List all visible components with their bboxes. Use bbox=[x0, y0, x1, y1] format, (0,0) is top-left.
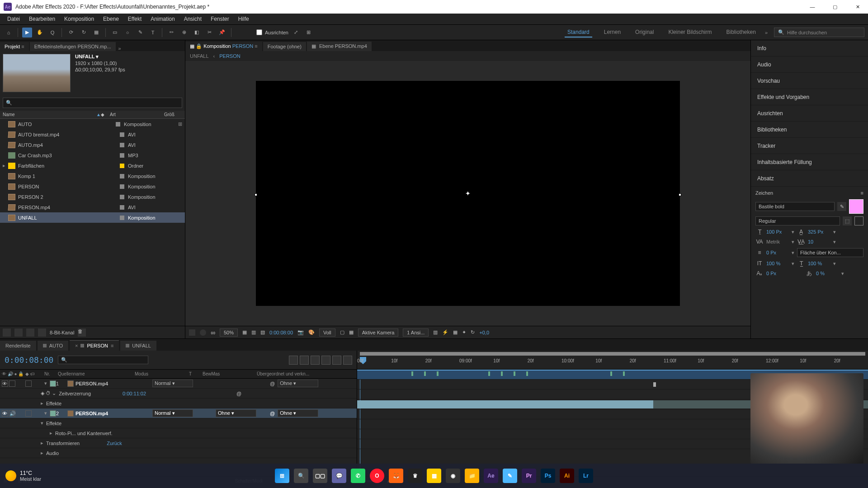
snap-tool-2[interactable]: ⊞ bbox=[304, 28, 314, 38]
transform-row[interactable]: ▸ Transformieren Zurück bbox=[0, 438, 357, 448]
hscale-value[interactable]: 100 % bbox=[808, 261, 830, 266]
stroke-style-dropdown[interactable]: Fläche über Kon... bbox=[797, 248, 863, 257]
stroke-value[interactable]: 0 Px bbox=[766, 250, 789, 255]
adjust-button[interactable] bbox=[38, 328, 46, 337]
menu-animation[interactable]: Animation bbox=[147, 14, 178, 23]
vscale-value[interactable]: 100 % bbox=[766, 261, 789, 266]
audio-toggle[interactable]: 🔊 bbox=[9, 410, 15, 417]
explorer-button[interactable]: 📁 bbox=[465, 469, 479, 483]
viewer-mask-button-2[interactable]: ▧ bbox=[260, 329, 265, 335]
project-item[interactable]: PERSONKomposition bbox=[0, 181, 185, 192]
parent-pick-whip[interactable]: @ bbox=[270, 411, 275, 416]
camera-tool[interactable]: ▦ bbox=[91, 28, 101, 38]
audio-toggle[interactable] bbox=[9, 380, 15, 387]
font-size-value[interactable]: 100 Px bbox=[766, 229, 789, 235]
flow-parent[interactable]: UNFALL bbox=[190, 53, 209, 59]
time-remap-row[interactable]: ◈ ⏱ ⌄ Zeitverzerrung 0:00:11:02 @ bbox=[0, 389, 357, 399]
panel-align[interactable]: Ausrichten bbox=[751, 105, 868, 122]
twirl-icon[interactable]: ▾ bbox=[44, 410, 50, 416]
tl-tab-person[interactable]: ×PERSON ≡ bbox=[70, 340, 119, 351]
minimize-button[interactable]: — bbox=[806, 4, 819, 10]
expression-pick-whip[interactable]: @ bbox=[236, 391, 241, 396]
pixel-aspect-button[interactable]: ▥ bbox=[433, 329, 438, 335]
timeline-ruler[interactable]: 00f10f20f09:00f10f20f10:00f10f20f11:00f1… bbox=[357, 351, 868, 370]
firefox-button[interactable]: 🦊 bbox=[389, 469, 403, 483]
keyframe-marker[interactable] bbox=[653, 382, 656, 387]
panel-audio[interactable]: Audio bbox=[751, 56, 868, 73]
viewer-toggle-button[interactable] bbox=[189, 329, 195, 336]
workspace-klein[interactable]: Kleiner Bildschirm bbox=[665, 28, 714, 38]
puppet-tool[interactable]: 📌 bbox=[217, 28, 227, 38]
pen-tool[interactable]: ✎ bbox=[135, 28, 145, 38]
twirl-icon[interactable]: ▸ bbox=[41, 450, 46, 456]
text-tool[interactable]: T bbox=[148, 28, 158, 38]
twirl-icon[interactable]: ▸ bbox=[41, 440, 46, 446]
lightroom-button[interactable]: Lr bbox=[579, 469, 593, 483]
roi-button[interactable]: ▢ bbox=[340, 329, 344, 335]
tsume-value[interactable]: 0 % bbox=[816, 271, 839, 276]
whatsapp-button[interactable]: ✆ bbox=[351, 469, 365, 483]
weather-widget[interactable]: 11°C Meist klar bbox=[5, 470, 41, 482]
stopwatch-icon[interactable]: ◈ ⏱ ⌄ bbox=[41, 390, 56, 396]
channel-button[interactable]: 🎨 bbox=[308, 329, 315, 335]
panel-info[interactable]: Info bbox=[751, 40, 868, 56]
tl-tab-unfall[interactable]: UNFALL bbox=[120, 341, 156, 351]
menu-datei[interactable]: Datei bbox=[4, 14, 24, 23]
footage-tab[interactable]: Footage (ohne) bbox=[263, 42, 306, 51]
kerning-value[interactable]: Metrik bbox=[766, 239, 789, 244]
viewer-3d-button[interactable]: ∞ bbox=[211, 329, 215, 336]
project-search[interactable]: 🔍 bbox=[3, 98, 182, 108]
help-search[interactable]: 🔍 Hilfe durchsuchen bbox=[774, 28, 864, 37]
swap-colors-button[interactable]: ⬚ bbox=[843, 216, 852, 225]
task-view-button[interactable]: ▢▢ bbox=[313, 469, 327, 483]
new-folder-button[interactable] bbox=[14, 328, 23, 337]
effect-controls-tab[interactable]: Effekteinstellungen PERSON.mp... bbox=[30, 42, 116, 51]
after-effects-button[interactable]: Ae bbox=[484, 469, 498, 483]
project-item[interactable]: PERSON.mp4AVI bbox=[0, 202, 185, 212]
tl-tab-render[interactable]: Renderliste bbox=[0, 341, 36, 351]
label-color[interactable] bbox=[50, 380, 56, 387]
app-button-2[interactable]: ▦ bbox=[427, 469, 441, 483]
timeline-button[interactable]: ▦ bbox=[453, 329, 458, 335]
twirl-icon[interactable]: ▾ bbox=[41, 420, 46, 426]
col-label-header[interactable]: ◆ bbox=[101, 112, 110, 117]
col-size-header[interactable]: Größ bbox=[164, 112, 182, 117]
zoom-dropdown[interactable]: 50% bbox=[220, 328, 238, 337]
maximize-button[interactable]: ▢ bbox=[828, 4, 842, 10]
obs-button[interactable]: ◉ bbox=[446, 469, 460, 483]
leading-value[interactable]: 325 Px bbox=[808, 229, 830, 235]
viewer-time[interactable]: 0:00:08:00 bbox=[269, 330, 293, 335]
photoshop-button[interactable]: Ps bbox=[541, 469, 555, 483]
blend-mode-dropdown[interactable]: Normal ▾ bbox=[152, 409, 193, 417]
viewer-grid-button[interactable]: ▦ bbox=[242, 329, 247, 335]
pick-whip-button[interactable] bbox=[343, 356, 352, 365]
parent-pick-whip[interactable]: @ bbox=[270, 381, 275, 386]
fill-color-swatch[interactable] bbox=[849, 199, 863, 214]
new-comp-button[interactable] bbox=[26, 328, 34, 337]
menu-bearbeiten[interactable]: Bearbeiten bbox=[25, 14, 59, 23]
illustrator-button[interactable]: Ai bbox=[560, 469, 574, 483]
camera-dropdown[interactable]: Aktive Kamera bbox=[358, 328, 399, 337]
flowchart-button[interactable]: ✦ bbox=[462, 329, 466, 335]
project-item[interactable]: AUTO bremst.mp4AVI bbox=[0, 129, 185, 140]
eyedropper-button[interactable]: ✎ bbox=[837, 202, 846, 211]
sort-arrow-icon[interactable]: ▲ bbox=[96, 112, 101, 117]
font-dropdown[interactable]: Bastile bold bbox=[755, 202, 835, 211]
twirl-icon[interactable]: ▸ bbox=[50, 430, 55, 436]
snap-tool[interactable]: ⤢ bbox=[291, 28, 301, 38]
audio-row[interactable]: ▸ Audio bbox=[0, 448, 357, 458]
selection-tool[interactable]: ▶ bbox=[22, 28, 32, 38]
start-button[interactable]: ⊞ bbox=[275, 469, 289, 483]
exposure-value[interactable]: +0,0 bbox=[479, 330, 489, 335]
style-dropdown[interactable]: Regular bbox=[755, 216, 840, 225]
transform-reset[interactable]: Zurück bbox=[107, 441, 122, 446]
project-item[interactable]: AUTOKomposition⊞ bbox=[0, 119, 185, 129]
viewer-guide-button[interactable]: ▥ bbox=[251, 329, 256, 335]
project-tab[interactable]: Projekt ≡ bbox=[0, 42, 29, 51]
resolution-dropdown[interactable]: Voll bbox=[319, 328, 335, 337]
baseline-value[interactable]: 0 Px bbox=[766, 271, 789, 276]
frame-blend-button[interactable] bbox=[311, 356, 320, 365]
parent-dropdown[interactable]: Ohne ▾ bbox=[278, 380, 318, 387]
workspace-original[interactable]: Original bbox=[632, 28, 656, 38]
eraser-tool[interactable]: ◧ bbox=[192, 28, 202, 38]
